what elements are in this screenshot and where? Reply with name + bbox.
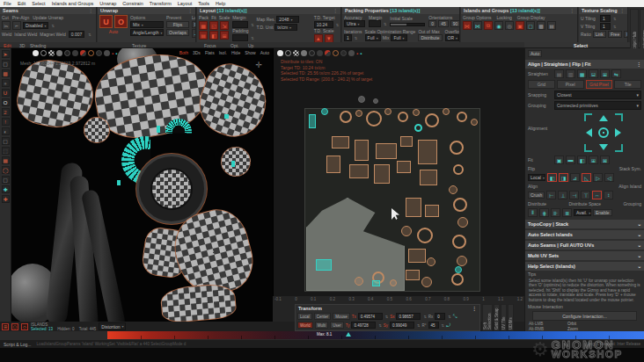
update-spinner[interactable]: ⇅: [51, 24, 54, 28]
distribute-button[interactable]: Distribute: [418, 34, 442, 41]
uv-island-37[interactable]: [417, 228, 433, 243]
orient-45-button[interactable]: 45: [438, 20, 449, 27]
uv-island-15[interactable]: [373, 98, 378, 104]
uv-island-8[interactable]: [443, 108, 450, 115]
uv-island-9[interactable]: [457, 112, 467, 122]
vp3d-button-show[interactable]: Show: [245, 50, 256, 55]
space-multi-button[interactable]: Multi: [315, 322, 329, 329]
unstack-icon[interactable]: ◁: [604, 173, 614, 182]
magnet-spinner[interactable]: ⇅: [88, 33, 91, 37]
uv-island-7[interactable]: [425, 113, 439, 127]
td-target-value[interactable]: 10.24: [314, 21, 333, 28]
pin-red-icon[interactable]: ▪: [112, 51, 113, 56]
left-tool-icon-6[interactable]: 2: [2, 108, 10, 116]
section-header-help-select-islands[interactable]: Help Select (Islands)⌄: [525, 262, 644, 271]
flip-u-icon[interactable]: ⊿: [570, 173, 580, 182]
edge-mode-icon[interactable]: ◇: [21, 323, 28, 330]
display-outline-icon[interactable]: ▢: [526, 21, 535, 30]
uv-island-34[interactable]: [406, 198, 421, 217]
script-log-label[interactable]: Script & Log...: [4, 342, 31, 347]
uv-island-23[interactable]: [374, 164, 390, 184]
align-edge-top-icon[interactable]: ⊤: [581, 191, 590, 199]
left-tool-icon-12[interactable]: ◯: [2, 166, 10, 174]
align-edge-left-icon[interactable]: ⊢: [546, 191, 556, 199]
vp3d-button-isol[interactable]: Isol.: [219, 50, 227, 55]
group-split-icon[interactable]: ⋈: [473, 21, 482, 30]
uv-island-27[interactable]: [453, 164, 464, 175]
pack-fit-icon[interactable]: ◱: [209, 21, 218, 30]
fit-button[interactable]: Fit: [192, 21, 195, 28]
uv-island-31[interactable]: [452, 235, 466, 249]
grid-tab-grid[interactable]: Grid: [528, 80, 555, 89]
sx-value[interactable]: 0.98657: [396, 313, 421, 320]
nav-cross-icon[interactable]: ✛: [255, 61, 262, 69]
uv-island-20[interactable]: [418, 140, 437, 164]
menu-item-select[interactable]: Select: [32, 1, 45, 6]
section-header-multi-uv-sets[interactable]: Multi UV Sets⌄: [525, 251, 644, 260]
group-auto-icon[interactable]: ⧉: [484, 21, 493, 30]
groups-menu-icon[interactable]: ⋮: [570, 8, 575, 13]
v-tiling-value[interactable]: 1: [600, 23, 611, 30]
uv-island-38[interactable]: [408, 249, 426, 263]
seams-menu-icon[interactable]: ⋮: [89, 8, 94, 13]
uv-island-25[interactable]: [420, 170, 437, 185]
unwrap-metric-dropdown[interactable]: Angle/Length: [130, 29, 164, 36]
ratio-fix-button[interactable]: Fix: [624, 31, 627, 38]
align-center-icon[interactable]: [598, 127, 609, 138]
flip-d-icon[interactable]: ◺: [582, 173, 591, 182]
align-up-icon[interactable]: [599, 115, 608, 121]
uv-island-22[interactable]: [349, 164, 369, 178]
shading-sphere-icon-6[interactable]: [80, 50, 86, 56]
rx-value[interactable]: 0: [435, 313, 445, 320]
uv-island-5[interactable]: [398, 112, 408, 122]
uv-island-46[interactable]: [372, 280, 380, 286]
flips-button[interactable]: Flips: [166, 21, 189, 28]
uv-island-3[interactable]: [366, 111, 382, 127]
uv-island-44[interactable]: [390, 279, 397, 286]
magnet-weld-value[interactable]: 0.007: [69, 31, 85, 38]
section-header-auto-seams-full-auto-uvs[interactable]: Auto Seams | Full AUTO UVs⌄: [525, 241, 644, 250]
fit-left-icon[interactable]: ◧: [577, 156, 587, 164]
space-user-button[interactable]: User: [330, 322, 344, 329]
pack-all-icon[interactable]: ▤: [199, 31, 208, 40]
bottom-tab-udims[interactable]: UDIMs: [508, 304, 514, 331]
uv-island-24[interactable]: [397, 161, 411, 173]
td-scale-down-icon[interactable]: ▼: [325, 34, 333, 42]
poly-mode-icon[interactable]: ⬡: [11, 323, 18, 330]
left-tool-icon-10[interactable]: ⬚: [2, 147, 10, 155]
left-tool-icon-3[interactable]: ●: [2, 79, 10, 87]
r2-value[interactable]: 45: [428, 322, 439, 329]
space-world-button[interactable]: World: [297, 322, 313, 329]
crush-button[interactable]: Crush: [528, 192, 545, 199]
tab-auto[interactable]: Auto: [528, 50, 542, 57]
pack-sel-icon[interactable]: ◧: [209, 31, 218, 40]
shading-sphere-icon-1[interactable]: [285, 50, 291, 56]
straighten-grid-icon[interactable]: ▦: [577, 69, 587, 78]
td-unit-dropdown[interactable]: tx/cm: [274, 24, 297, 31]
uv-island-29[interactable]: [453, 198, 467, 212]
straighten-v-icon[interactable]: ▥: [566, 69, 575, 78]
bottom-tab-uv-tile[interactable]: UV Tile: [501, 304, 507, 331]
uv-island-16[interactable]: [332, 136, 349, 148]
align-edge-bottom-icon[interactable]: ⊥: [558, 191, 567, 199]
uv-island-4[interactable]: [384, 108, 392, 115]
uv-island-19[interactable]: [400, 136, 413, 147]
shading-sphere-icon-4[interactable]: [64, 50, 70, 56]
left-tool-icon-2[interactable]: ▩: [2, 69, 10, 77]
pack-grow-icon[interactable]: ⊞: [220, 31, 229, 40]
range-full-min[interactable]: Full: [365, 34, 381, 41]
vp3d-button-3ds[interactable]: 3Ds: [193, 50, 201, 55]
shading-sphere-icon-4[interactable]: [309, 50, 315, 56]
align-right-icon[interactable]: [615, 128, 621, 137]
display-wire-icon[interactable]: ▤: [547, 21, 556, 30]
space-mouse-button[interactable]: Mouse: [333, 313, 350, 320]
uv-island-6[interactable]: [413, 109, 420, 116]
distortion-dropdown[interactable]: Distortion: [99, 322, 126, 330]
uv-island-36[interactable]: [401, 226, 412, 236]
shading-sphere-icon-8[interactable]: [96, 50, 102, 56]
margin-value[interactable]: [232, 21, 248, 28]
dist-h-icon[interactable]: ⫴: [528, 208, 538, 217]
shading-sphere-icon-6[interactable]: [325, 50, 331, 56]
bottom-tab-grid-snap[interactable]: Grid & Snap: [494, 304, 500, 331]
island-mode-icon[interactable]: ⊞: [2, 323, 9, 330]
